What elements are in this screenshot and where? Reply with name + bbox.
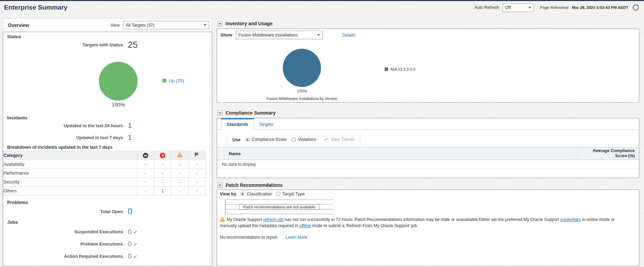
compliance-score-radio-label: Compliance Score xyxy=(252,137,287,142)
flag-column-header xyxy=(188,151,205,160)
problem-executions-label: Problem Executions xyxy=(3,241,123,247)
show-select[interactable]: Fusion Middleware Installations xyxy=(236,31,323,39)
compliance-toolbar: Use Compliance Score Violations View Tre… xyxy=(227,134,360,145)
dropdown-caret-icon xyxy=(204,24,206,26)
page-title: Enterprise Summary xyxy=(4,4,67,11)
incidents-7d-row: Updated in last 7 days 1 xyxy=(3,133,132,142)
incidents-24h-value[interactable]: 1 xyxy=(128,121,132,130)
suspended-executions-value-wrap: 0✔ xyxy=(128,228,138,236)
inventory-panel: Show Fusion Middleware Installations Det… xyxy=(217,29,639,103)
incidents-7d-label: Updated in last 7 days xyxy=(3,135,123,140)
compliance-panel-header: Compliance Summary xyxy=(217,109,276,117)
status-pie-chart[interactable] xyxy=(99,62,138,101)
count-cell: - xyxy=(171,178,188,187)
status-pie-percent: 100% xyxy=(99,102,138,107)
count-cell: - xyxy=(137,169,154,178)
dropdown-caret-icon xyxy=(317,34,320,36)
action-required-executions-row: Action Required Executions 0✔ xyxy=(3,252,138,260)
targets-with-status-value: 25 xyxy=(128,40,138,50)
table-header-row: Category xyxy=(3,151,205,160)
count-cell[interactable]: 1 xyxy=(154,187,171,195)
credentials-link[interactable]: credentials xyxy=(560,217,581,222)
compliance-panel-title: Compliance Summary xyxy=(226,110,276,116)
critical-column-header xyxy=(154,151,171,160)
table-row: Security - - - - xyxy=(3,178,205,187)
total-open-row: Total Open 0 xyxy=(3,207,132,216)
details-link[interactable]: Details xyxy=(342,33,355,38)
view-label: View xyxy=(110,23,120,28)
compliance-panel: Standards Targets Use Compliance Score V… xyxy=(217,118,639,178)
count-cell: - xyxy=(188,178,205,187)
refresh-job-link[interactable]: refresh job xyxy=(263,217,283,222)
incidents-24h-row: Updated in the last 24 hours 1 xyxy=(3,121,132,130)
count-cell: - xyxy=(137,187,154,195)
overview-title: Overview xyxy=(8,23,29,28)
targets-with-status-row: Targets with Status 25 xyxy=(3,40,138,50)
count-cell: - xyxy=(137,160,154,169)
line-chart-icon xyxy=(324,138,329,142)
inventory-legend-label: N/A 12.1.3.0.0 xyxy=(390,67,415,71)
check-icon: ✔ xyxy=(133,254,138,259)
total-open-value[interactable]: 0 xyxy=(128,207,132,216)
action-required-executions-value: 0 xyxy=(128,252,132,260)
offline-link[interactable]: offline xyxy=(299,223,310,228)
target-type-radio[interactable]: Target Type xyxy=(276,192,305,196)
incidents-7d-value[interactable]: 1 xyxy=(128,133,132,142)
avg-compliance-column-header: Average Compliance Score (%) xyxy=(578,147,639,160)
incidents-breakdown-title: Breakdown of incidents updated in the la… xyxy=(7,145,112,150)
right-column: Inventory and Usage Show Fusion Middlewa… xyxy=(217,0,640,267)
category-cell: Availability xyxy=(3,160,137,169)
patch-panel-title: Patch Recommendations xyxy=(226,182,282,188)
inventory-pie-percent: 100% xyxy=(283,89,321,93)
count-cell: - xyxy=(154,178,171,187)
violations-radio[interactable]: Violations xyxy=(291,137,316,142)
problem-executions-value-wrap: 0✔ xyxy=(128,240,138,248)
compliance-empty-row: No data to display xyxy=(217,160,639,169)
view-select[interactable]: All Targets (37) xyxy=(123,21,209,29)
name-column-header: Name xyxy=(217,151,578,156)
table-row: Others - 1 - - xyxy=(3,187,205,195)
view-select-value: All Targets (37) xyxy=(126,23,154,28)
count-cell: - xyxy=(171,160,188,169)
compliance-score-radio[interactable]: Compliance Score xyxy=(245,137,287,142)
view-trends-button[interactable]: View Trends xyxy=(324,137,354,142)
inventory-pie-chart[interactable] xyxy=(283,49,321,87)
overview-body: Status Targets with Status 25 100% Up (2… xyxy=(3,32,212,266)
status-up-legend-label[interactable]: Up (25) xyxy=(169,78,184,83)
patch-warning-message: My Oracle Support refresh job has not ru… xyxy=(220,217,631,229)
tab-standards[interactable]: Standards xyxy=(221,118,254,130)
category-column-header: Category xyxy=(3,151,137,160)
fatal-icon xyxy=(143,153,148,158)
suspended-executions-label: Suspended Executions xyxy=(3,229,123,234)
patch-empty-chart: Patch recommendations are not available. xyxy=(225,199,334,214)
collapse-chevron-icon[interactable] xyxy=(217,21,223,26)
radio-icon xyxy=(291,137,296,142)
patch-no-recommendations-row: No recommendations to report Learn More xyxy=(220,235,307,240)
view-by-label: View by xyxy=(220,191,236,196)
radio-icon xyxy=(276,192,280,196)
warning-icon xyxy=(177,152,183,158)
incidents-24h-label: Updated in the last 24 hours xyxy=(3,123,123,128)
collapse-chevron-icon[interactable] xyxy=(217,110,223,116)
suspended-executions-row: Suspended Executions 0✔ xyxy=(3,228,138,236)
target-type-radio-label: Target Type xyxy=(282,192,305,196)
count-cell: - xyxy=(171,169,188,178)
problem-executions-row: Problem Executions 0✔ xyxy=(3,240,138,248)
warning-icon xyxy=(220,217,225,222)
show-label: Show xyxy=(220,32,232,38)
status-legend: Up (25) xyxy=(163,78,184,83)
collapse-chevron-icon[interactable] xyxy=(217,183,223,188)
violations-radio-label: Violations xyxy=(298,137,316,142)
warning-text: mode to submit a 'Refresh From My Oracle… xyxy=(311,223,418,228)
table-row: Performance - - - - xyxy=(3,169,205,178)
inventory-legend-swatch xyxy=(385,68,388,71)
action-required-executions-label: Action Required Executions xyxy=(3,254,123,259)
classification-radio[interactable]: Classification xyxy=(240,192,272,196)
flag-icon xyxy=(194,152,199,158)
jobs-section-title: Jobs xyxy=(7,220,18,225)
count-cell: - xyxy=(188,160,205,169)
learn-more-link[interactable]: Learn More xyxy=(286,235,307,240)
table-row: Availability - - - - xyxy=(3,160,205,169)
suspended-executions-value: 0 xyxy=(128,228,132,235)
tab-targets[interactable]: Targets xyxy=(254,119,279,130)
